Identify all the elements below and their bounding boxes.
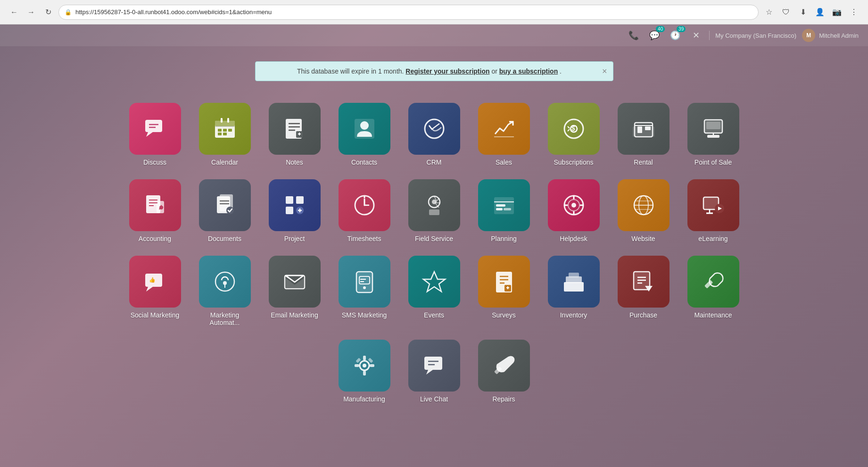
- app-label-emailmarketing: Email Marketing: [271, 311, 318, 319]
- screenshot-button[interactable]: 📷: [830, 6, 843, 19]
- app-tile-repairs[interactable]: Repairs: [471, 335, 537, 408]
- app-tile-sms[interactable]: SMS Marketing: [331, 251, 397, 331]
- app-tile-pos[interactable]: Point of Sale: [680, 98, 746, 171]
- url-text: https://15956287-15-0-all.runbot41.odoo.…: [75, 8, 272, 16]
- svg-rect-117: [704, 280, 713, 288]
- app-icon-livechat: [408, 340, 460, 392]
- menu-button[interactable]: ⋮: [847, 6, 860, 19]
- app-tile-marketingauto[interactable]: Marketing Automat...: [192, 251, 258, 331]
- app-tile-manufacturing[interactable]: Manufacturing: [331, 335, 397, 408]
- app-icon-planning: [478, 179, 530, 231]
- app-tile-website[interactable]: Website: [611, 175, 677, 247]
- app-label-inventory: Inventory: [560, 311, 587, 319]
- user-menu[interactable]: M Mitchell Admin: [802, 29, 859, 42]
- app-label-rental: Rental: [634, 158, 653, 166]
- app-icon-documents: [199, 179, 251, 231]
- app-tile-subscriptions[interactable]: $Subscriptions: [541, 98, 607, 171]
- app-tile-surveys[interactable]: Surveys: [471, 251, 537, 331]
- user-name: Mitchell Admin: [819, 32, 859, 39]
- app-tile-crm[interactable]: CRM: [401, 98, 467, 171]
- app-label-timesheets: Timesheets: [347, 235, 381, 242]
- banner-close-button[interactable]: ×: [602, 67, 607, 76]
- svg-rect-11: [223, 133, 227, 135]
- app-icon-project: [269, 179, 321, 231]
- activity-icon-button[interactable]: 🕐 39: [668, 28, 683, 43]
- app-tile-project[interactable]: Project: [262, 175, 328, 247]
- app-label-planning: Planning: [491, 235, 517, 242]
- svg-point-87: [223, 281, 227, 285]
- svg-rect-64: [504, 208, 511, 210]
- svg-marker-127: [426, 370, 433, 375]
- address-bar[interactable]: 🔒 https://15956287-15-0-all.runbot41.odo…: [58, 5, 759, 20]
- app-tile-documents[interactable]: Documents: [192, 175, 258, 247]
- svg-rect-33: [706, 122, 720, 129]
- svg-rect-8: [223, 129, 227, 132]
- app-icon-pos: [687, 103, 739, 155]
- app-icon-crm: [408, 103, 460, 155]
- app-tile-socialmarketing[interactable]: 👍Social Marketing: [122, 251, 188, 331]
- app-tile-discuss[interactable]: Discuss: [122, 98, 188, 171]
- app-tile-contacts[interactable]: Contacts: [331, 98, 397, 171]
- svg-rect-0: [145, 120, 162, 132]
- app-tile-accounting[interactable]: Accounting: [122, 175, 188, 247]
- company-name: My Company (San Francisco): [715, 32, 796, 39]
- svg-text:👍: 👍: [149, 276, 156, 283]
- app-icon-timesheets: [339, 179, 390, 231]
- bookmark-button[interactable]: ☆: [762, 6, 776, 19]
- app-icon-fieldservice: [408, 179, 460, 231]
- svg-rect-26: [633, 126, 654, 137]
- svg-marker-1: [146, 132, 153, 137]
- phone-icon-button[interactable]: 📞: [626, 28, 641, 43]
- phone-icon: 📞: [628, 30, 639, 41]
- buy-link[interactable]: buy a subscription: [499, 67, 558, 75]
- app-tile-rental[interactable]: Rental: [611, 98, 677, 171]
- messages-badge: 40: [656, 26, 665, 32]
- app-icon-rental: [618, 103, 670, 155]
- svg-rect-13: [227, 118, 229, 123]
- svg-rect-47: [286, 196, 293, 204]
- svg-rect-59: [429, 209, 439, 215]
- shield-button[interactable]: 🛡: [779, 6, 793, 19]
- app-tile-timesheets[interactable]: Timesheets: [331, 175, 397, 247]
- profile-button[interactable]: 👤: [813, 6, 827, 19]
- app-tile-sales[interactable]: Sales: [471, 98, 537, 171]
- app-tile-purchase[interactable]: Purchase: [611, 251, 677, 331]
- app-tile-calendar[interactable]: Calendar: [192, 98, 258, 171]
- svg-rect-9: [228, 129, 232, 132]
- app-tile-inventory[interactable]: Inventory: [541, 251, 607, 331]
- forward-button[interactable]: →: [25, 6, 38, 19]
- app-label-notes: Notes: [286, 158, 303, 166]
- app-label-documents: Documents: [208, 235, 241, 242]
- app-tile-livechat[interactable]: Live Chat: [401, 335, 467, 408]
- app-tile-maintenance[interactable]: Maintenance: [680, 251, 746, 331]
- browser-actions: ☆ 🛡 ⬇ 👤 📷 ⋮: [762, 6, 860, 19]
- register-link[interactable]: Register your subscription: [405, 67, 489, 75]
- app-icon-marketingauto: [199, 256, 251, 308]
- app-icon-inventory: [548, 256, 600, 308]
- svg-point-23: [425, 119, 444, 138]
- app-tile-helpdesk[interactable]: Helpdesk: [541, 175, 607, 247]
- app-icon-sms: [339, 256, 390, 308]
- app-tile-fieldservice[interactable]: Field Service: [401, 175, 467, 247]
- messages-icon-button[interactable]: 💬 40: [647, 28, 662, 43]
- svg-rect-126: [424, 357, 442, 370]
- banner-text: This database will expire in 1 month.: [297, 67, 405, 75]
- app-tile-events[interactable]: Events: [401, 251, 467, 331]
- svg-marker-89: [286, 278, 304, 288]
- app-tile-planning[interactable]: Planning: [471, 175, 537, 247]
- back-button[interactable]: ←: [8, 6, 21, 19]
- reload-button[interactable]: ↻: [41, 6, 55, 19]
- app-icon-emailmarketing: [269, 256, 321, 308]
- svg-rect-63: [496, 208, 503, 210]
- app-icon-surveys: [478, 256, 530, 308]
- app-tile-elearning[interactable]: eLearning: [680, 175, 746, 247]
- app-label-crm: CRM: [427, 158, 442, 166]
- app-icon-elearning: [687, 179, 739, 231]
- close-icon-button[interactable]: ✕: [688, 28, 703, 43]
- app-tile-emailmarketing[interactable]: Email Marketing: [262, 251, 328, 331]
- app-tile-notes[interactable]: Notes: [262, 98, 328, 171]
- download-button[interactable]: ⬇: [796, 6, 810, 19]
- banner-or: or: [491, 67, 499, 75]
- app-icon-subscriptions: $: [548, 103, 600, 155]
- app-label-calendar: Calendar: [211, 158, 238, 166]
